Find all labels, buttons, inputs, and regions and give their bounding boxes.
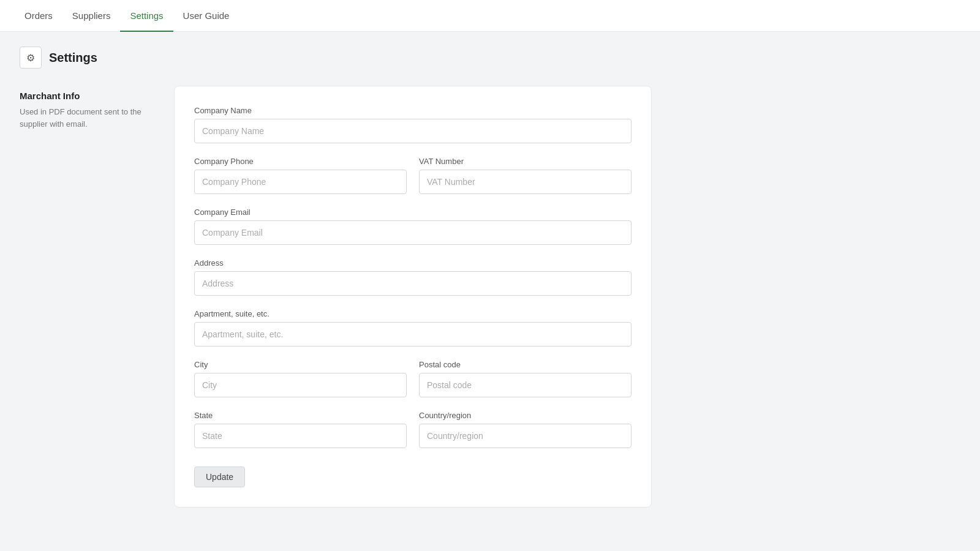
city-group: City <box>194 360 407 397</box>
company-email-label: Company Email <box>194 208 631 217</box>
page-header: ⚙ Settings <box>20 47 960 69</box>
nav-item-orders[interactable]: Orders <box>15 1 62 32</box>
state-input[interactable] <box>194 424 407 448</box>
nav-item-suppliers[interactable]: Suppliers <box>62 1 121 32</box>
phone-vat-row: Company Phone VAT Number <box>194 157 631 208</box>
apartment-label: Apartment, suite, etc. <box>194 309 631 318</box>
company-email-group: Company Email <box>194 208 631 245</box>
settings-icon-box: ⚙ <box>20 47 42 69</box>
page-title: Settings <box>49 51 97 65</box>
sidebar-heading: Marchant Info <box>20 91 154 101</box>
company-name-group: Company Name <box>194 106 631 143</box>
vat-number-group: VAT Number <box>419 157 631 194</box>
country-label: Country/region <box>419 411 631 420</box>
update-button[interactable]: Update <box>194 467 245 487</box>
city-input[interactable] <box>194 373 407 397</box>
vat-number-input[interactable] <box>419 170 631 194</box>
nav-item-settings[interactable]: Settings <box>120 1 173 32</box>
address-input[interactable] <box>194 271 631 296</box>
postal-code-label: Postal code <box>419 360 631 369</box>
address-label: Address <box>194 258 631 268</box>
company-phone-input[interactable] <box>194 170 407 194</box>
state-country-row: State Country/region <box>194 411 631 462</box>
state-group: State <box>194 411 407 448</box>
apartment-input[interactable] <box>194 322 631 347</box>
nav-item-user-guide[interactable]: User Guide <box>173 1 239 32</box>
city-label: City <box>194 360 407 369</box>
postal-code-group: Postal code <box>419 360 631 397</box>
gear-icon: ⚙ <box>26 52 35 64</box>
postal-code-input[interactable] <box>419 373 631 397</box>
sidebar-description: Used in PDF document sent to the supplie… <box>20 106 154 130</box>
company-name-label: Company Name <box>194 106 631 115</box>
form-card: Company Name Company Phone VAT Number Co… <box>174 86 652 508</box>
state-label: State <box>194 411 407 420</box>
company-phone-label: Company Phone <box>194 157 407 166</box>
company-phone-group: Company Phone <box>194 157 407 194</box>
country-input[interactable] <box>419 424 631 448</box>
company-name-input[interactable] <box>194 119 631 143</box>
apartment-group: Apartment, suite, etc. <box>194 309 631 347</box>
vat-number-label: VAT Number <box>419 157 631 166</box>
page-content: ⚙ Settings Marchant Info Used in PDF doc… <box>0 32 980 522</box>
top-navigation: Orders Suppliers Settings User Guide <box>0 0 980 32</box>
city-postal-row: City Postal code <box>194 360 631 411</box>
address-group: Address <box>194 258 631 296</box>
sidebar-info: Marchant Info Used in PDF document sent … <box>20 86 154 130</box>
country-group: Country/region <box>419 411 631 448</box>
company-email-input[interactable] <box>194 220 631 245</box>
main-layout: Marchant Info Used in PDF document sent … <box>20 86 960 508</box>
